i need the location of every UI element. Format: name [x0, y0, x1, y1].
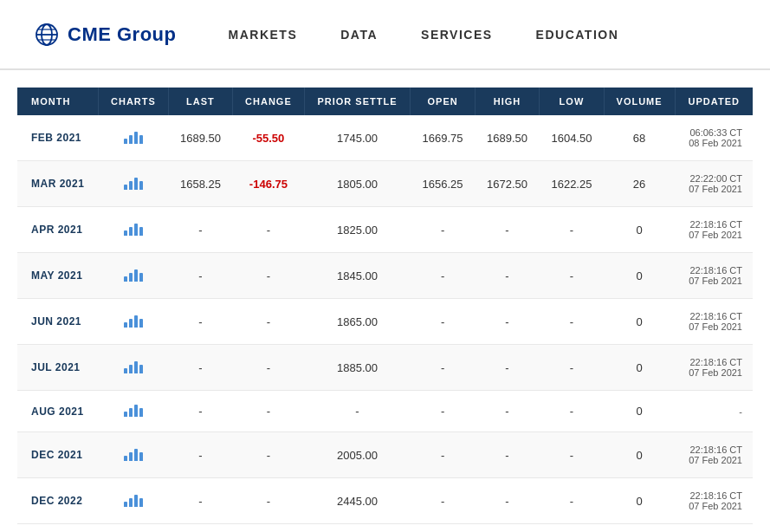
nav-services[interactable]: SERVICES: [421, 28, 493, 42]
cell-volume: 0: [604, 207, 675, 253]
cell-updated: 22:18:16 CT07 Feb 2021: [675, 207, 753, 253]
cell-updated: 22:18:16 CT07 Feb 2021: [675, 299, 753, 345]
cell-volume: 26: [604, 161, 675, 207]
cell-prior-settle: 1885.00: [304, 345, 411, 391]
cell-chart[interactable]: [99, 161, 169, 207]
cell-open: -: [411, 253, 475, 299]
col-prior-settle: PRIOR SETTLE: [304, 88, 411, 115]
cell-change: -: [233, 207, 304, 253]
cell-high: 1672.50: [475, 161, 539, 207]
cell-updated: -: [675, 391, 753, 432]
cell-change: -: [233, 253, 304, 299]
table-row: DEC 2021 --2005.00---022:18:16 CT07 Feb …: [17, 432, 753, 478]
cell-change: -: [233, 299, 304, 345]
cell-change: -: [233, 345, 304, 391]
table-row: JUL 2021 --1885.00---022:18:16 CT07 Feb …: [17, 345, 753, 391]
cell-low: -: [540, 253, 604, 299]
bar-chart-icon[interactable]: [124, 130, 143, 144]
cell-volume: 0: [604, 391, 675, 432]
cell-low: -: [540, 432, 604, 478]
cell-chart[interactable]: [99, 253, 169, 299]
nav-markets[interactable]: MARKETS: [229, 28, 298, 42]
cell-open: -: [411, 345, 475, 391]
cell-month: AUG 2021: [17, 391, 99, 432]
cell-change: -: [233, 391, 304, 432]
table-row: MAR 2021 1658.25-146.751805.001656.25167…: [17, 161, 753, 207]
cell-updated: 22:18:16 CT07 Feb 2021: [675, 253, 753, 299]
cell-volume: 0: [604, 432, 675, 478]
cell-last: 1689.50: [168, 115, 232, 161]
table-row: MAY 2021 --1845.00---022:18:16 CT07 Feb …: [17, 253, 753, 299]
futures-table: MONTH CHARTS LAST CHANGE PRIOR SETTLE OP…: [17, 88, 753, 524]
cell-change: -146.75: [233, 161, 304, 207]
cell-change: -: [233, 432, 304, 478]
col-high: HIGH: [475, 88, 539, 115]
col-updated: UPDATED: [675, 88, 753, 115]
cell-updated: 22:18:16 CT07 Feb 2021: [675, 478, 753, 524]
cell-high: -: [475, 478, 539, 524]
cell-last: -: [168, 391, 232, 432]
cell-last: -: [168, 478, 232, 524]
cell-prior-settle: 2445.00: [304, 478, 411, 524]
bar-chart-icon[interactable]: [124, 403, 143, 417]
logo-text: CME Group: [68, 23, 177, 46]
cell-high: -: [475, 207, 539, 253]
bar-chart-icon[interactable]: [124, 176, 143, 190]
nav-data[interactable]: DATA: [340, 28, 378, 42]
cell-chart[interactable]: [99, 299, 169, 345]
cell-prior-settle: -: [304, 391, 411, 432]
cell-prior-settle: 1845.00: [304, 253, 411, 299]
cell-prior-settle: 2005.00: [304, 432, 411, 478]
cell-high: -: [475, 391, 539, 432]
cell-prior-settle: 1805.00: [304, 161, 411, 207]
cell-volume: 0: [604, 253, 675, 299]
cell-prior-settle: 1745.00: [304, 115, 411, 161]
nav-education[interactable]: EDUCATION: [536, 28, 619, 42]
bar-chart-icon[interactable]: [124, 360, 143, 373]
cell-chart[interactable]: [99, 391, 169, 432]
cell-chart[interactable]: [99, 478, 169, 524]
main-nav: MARKETS DATA SERVICES EDUCATION: [229, 28, 619, 42]
cell-month: FEB 2021: [17, 115, 99, 161]
cell-updated: 22:18:16 CT07 Feb 2021: [675, 432, 753, 478]
cell-high: -: [475, 299, 539, 345]
cell-open: 1656.25: [411, 161, 475, 207]
cell-high: 1689.50: [475, 115, 539, 161]
col-month: MONTH: [17, 88, 99, 115]
cell-open: -: [411, 478, 475, 524]
bar-chart-icon[interactable]: [124, 314, 143, 328]
cell-low: 1604.50: [540, 115, 604, 161]
cell-low: -: [540, 207, 604, 253]
cell-open: -: [411, 432, 475, 478]
table-row: APR 2021 --1825.00---022:18:16 CT07 Feb …: [17, 207, 753, 253]
cell-low: -: [540, 345, 604, 391]
cell-chart[interactable]: [99, 207, 169, 253]
table-row: FEB 2021 1689.50-55.501745.001669.751689…: [17, 115, 753, 161]
cell-open: -: [411, 299, 475, 345]
cell-chart[interactable]: [99, 432, 169, 478]
cell-high: -: [475, 432, 539, 478]
cell-change: -: [233, 478, 304, 524]
col-change: CHANGE: [233, 88, 304, 115]
logo-area: CME Group: [35, 23, 177, 47]
bar-chart-icon[interactable]: [124, 222, 143, 236]
cell-volume: 0: [604, 299, 675, 345]
cell-chart[interactable]: [99, 345, 169, 391]
bar-chart-icon[interactable]: [124, 493, 143, 507]
cell-month: DEC 2021: [17, 432, 99, 478]
cell-low: -: [540, 391, 604, 432]
cell-month: MAY 2021: [17, 253, 99, 299]
globe-icon: [35, 23, 59, 47]
bar-chart-icon[interactable]: [124, 268, 143, 282]
header: CME Group MARKETS DATA SERVICES EDUCATIO…: [0, 0, 770, 69]
table-row: AUG 2021 ------0-: [17, 391, 753, 432]
cell-chart[interactable]: [99, 115, 169, 161]
bar-chart-icon[interactable]: [124, 447, 143, 461]
cell-volume: 0: [604, 345, 675, 391]
cell-updated: 22:22:00 CT07 Feb 2021: [675, 161, 753, 207]
cell-last: -: [168, 299, 232, 345]
cell-prior-settle: 1825.00: [304, 207, 411, 253]
cell-open: -: [411, 391, 475, 432]
table-header-row: MONTH CHARTS LAST CHANGE PRIOR SETTLE OP…: [17, 88, 753, 115]
col-open: OPEN: [411, 88, 475, 115]
